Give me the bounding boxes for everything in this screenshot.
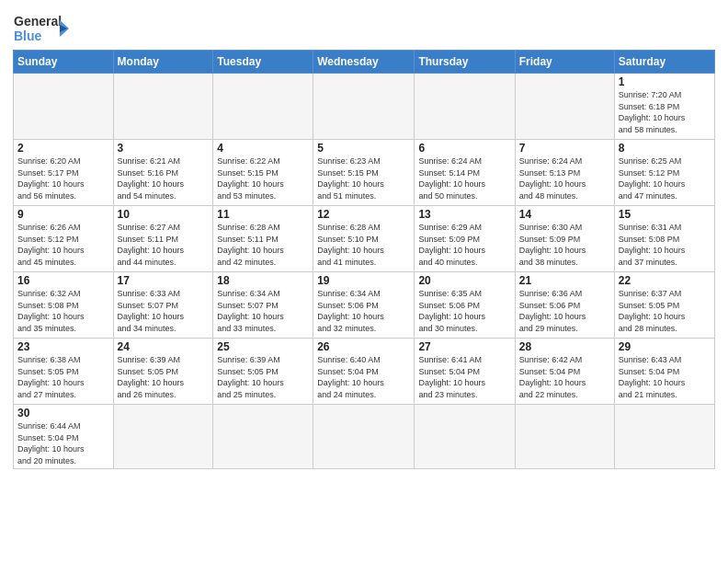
day-number: 29 <box>619 340 711 353</box>
day-info: Sunrise: 6:20 AM Sunset: 5:17 PM Dayligh… <box>17 155 109 201</box>
week-row-2: 9Sunrise: 6:26 AM Sunset: 5:12 PM Daylig… <box>14 206 715 272</box>
calendar-cell: 26Sunrise: 6:40 AM Sunset: 5:04 PM Dayli… <box>313 339 415 405</box>
calendar-cell: 25Sunrise: 6:39 AM Sunset: 5:05 PM Dayli… <box>213 339 313 405</box>
calendar-cell: 21Sunrise: 6:36 AM Sunset: 5:06 PM Dayli… <box>515 272 614 339</box>
calendar-cell <box>113 405 213 469</box>
day-info: Sunrise: 6:32 AM Sunset: 5:08 PM Dayligh… <box>17 288 109 334</box>
week-row-5: 30Sunrise: 6:44 AM Sunset: 5:04 PM Dayli… <box>14 405 715 469</box>
day-number: 16 <box>17 274 109 287</box>
col-header-sunday: Sunday <box>14 51 114 74</box>
day-info: Sunrise: 6:28 AM Sunset: 5:11 PM Dayligh… <box>217 222 309 268</box>
logo: GeneralBlue <box>13 9 70 44</box>
calendar-cell: 11Sunrise: 6:28 AM Sunset: 5:11 PM Dayli… <box>213 206 313 272</box>
day-info: Sunrise: 6:33 AM Sunset: 5:07 PM Dayligh… <box>118 288 210 334</box>
calendar-cell: 19Sunrise: 6:34 AM Sunset: 5:06 PM Dayli… <box>313 272 415 339</box>
calendar-cell: 17Sunrise: 6:33 AM Sunset: 5:07 PM Dayli… <box>113 272 213 339</box>
day-info: Sunrise: 6:38 AM Sunset: 5:05 PM Dayligh… <box>17 354 109 400</box>
day-number: 13 <box>418 208 510 221</box>
day-info: Sunrise: 6:39 AM Sunset: 5:05 PM Dayligh… <box>118 354 210 400</box>
day-info: Sunrise: 6:25 AM Sunset: 5:12 PM Dayligh… <box>619 155 711 201</box>
calendar-cell: 2Sunrise: 6:20 AM Sunset: 5:17 PM Daylig… <box>14 140 114 206</box>
col-header-monday: Monday <box>113 51 213 74</box>
day-number: 12 <box>317 208 410 221</box>
day-info: Sunrise: 6:34 AM Sunset: 5:06 PM Dayligh… <box>317 288 410 334</box>
day-info: Sunrise: 6:24 AM Sunset: 5:13 PM Dayligh… <box>519 155 610 201</box>
col-header-friday: Friday <box>515 51 614 74</box>
calendar-cell: 15Sunrise: 6:31 AM Sunset: 5:08 PM Dayli… <box>614 206 714 272</box>
day-number: 4 <box>217 142 309 155</box>
day-number: 6 <box>418 142 510 155</box>
calendar-cell: 28Sunrise: 6:42 AM Sunset: 5:04 PM Dayli… <box>515 339 614 405</box>
calendar-cell: 5Sunrise: 6:23 AM Sunset: 5:15 PM Daylig… <box>313 140 415 206</box>
calendar-cell: 14Sunrise: 6:30 AM Sunset: 5:09 PM Dayli… <box>515 206 614 272</box>
day-number: 28 <box>519 340 610 353</box>
calendar-cell: 1Sunrise: 7:20 AM Sunset: 6:18 PM Daylig… <box>614 74 714 140</box>
calendar-cell <box>14 74 114 140</box>
calendar-cell: 18Sunrise: 6:34 AM Sunset: 5:07 PM Dayli… <box>213 272 313 339</box>
week-row-4: 23Sunrise: 6:38 AM Sunset: 5:05 PM Dayli… <box>14 339 715 405</box>
day-number: 7 <box>519 142 610 155</box>
day-number: 14 <box>519 208 610 221</box>
day-number: 8 <box>619 142 711 155</box>
calendar-cell: 3Sunrise: 6:21 AM Sunset: 5:16 PM Daylig… <box>113 140 213 206</box>
day-number: 18 <box>217 274 309 287</box>
day-number: 3 <box>118 142 210 155</box>
header: GeneralBlue <box>13 9 715 44</box>
day-info: Sunrise: 6:35 AM Sunset: 5:06 PM Dayligh… <box>418 288 510 334</box>
calendar-cell <box>415 74 515 140</box>
col-header-thursday: Thursday <box>415 51 515 74</box>
day-info: Sunrise: 6:44 AM Sunset: 5:04 PM Dayligh… <box>17 420 109 466</box>
day-info: Sunrise: 6:23 AM Sunset: 5:15 PM Dayligh… <box>317 155 410 201</box>
day-number: 19 <box>317 274 410 287</box>
day-info: Sunrise: 6:37 AM Sunset: 5:05 PM Dayligh… <box>619 288 711 334</box>
day-number: 11 <box>217 208 309 221</box>
day-number: 9 <box>17 208 109 221</box>
calendar-cell: 27Sunrise: 6:41 AM Sunset: 5:04 PM Dayli… <box>415 339 515 405</box>
calendar-cell: 30Sunrise: 6:44 AM Sunset: 5:04 PM Dayli… <box>14 405 114 469</box>
day-info: Sunrise: 6:42 AM Sunset: 5:04 PM Dayligh… <box>519 354 610 400</box>
day-number: 2 <box>17 142 109 155</box>
day-info: Sunrise: 6:43 AM Sunset: 5:04 PM Dayligh… <box>619 354 711 400</box>
day-number: 20 <box>418 274 510 287</box>
day-number: 15 <box>619 208 711 221</box>
calendar-cell: 4Sunrise: 6:22 AM Sunset: 5:15 PM Daylig… <box>213 140 313 206</box>
calendar-cell: 12Sunrise: 6:28 AM Sunset: 5:10 PM Dayli… <box>313 206 415 272</box>
day-number: 17 <box>118 274 210 287</box>
calendar-cell <box>113 74 213 140</box>
svg-text:Blue: Blue <box>14 29 42 43</box>
calendar-cell: 24Sunrise: 6:39 AM Sunset: 5:05 PM Dayli… <box>113 339 213 405</box>
day-info: Sunrise: 6:41 AM Sunset: 5:04 PM Dayligh… <box>418 354 510 400</box>
col-header-saturday: Saturday <box>614 51 714 74</box>
svg-text:General: General <box>14 14 62 29</box>
calendar-cell <box>213 74 313 140</box>
day-number: 24 <box>118 340 210 353</box>
calendar-cell: 6Sunrise: 6:24 AM Sunset: 5:14 PM Daylig… <box>415 140 515 206</box>
day-number: 1 <box>619 75 711 88</box>
logo-icon: GeneralBlue <box>13 13 70 44</box>
day-number: 22 <box>619 274 711 287</box>
page: GeneralBlue SundayMondayTuesdayWednesday… <box>0 0 728 563</box>
calendar-cell: 13Sunrise: 6:29 AM Sunset: 5:09 PM Dayli… <box>415 206 515 272</box>
week-row-3: 16Sunrise: 6:32 AM Sunset: 5:08 PM Dayli… <box>14 272 715 339</box>
day-info: Sunrise: 6:22 AM Sunset: 5:15 PM Dayligh… <box>217 155 309 201</box>
day-info: Sunrise: 6:24 AM Sunset: 5:14 PM Dayligh… <box>418 155 510 201</box>
calendar-cell <box>515 74 614 140</box>
day-info: Sunrise: 6:29 AM Sunset: 5:09 PM Dayligh… <box>418 222 510 268</box>
day-info: Sunrise: 6:28 AM Sunset: 5:10 PM Dayligh… <box>317 222 410 268</box>
calendar-cell: 16Sunrise: 6:32 AM Sunset: 5:08 PM Dayli… <box>14 272 114 339</box>
day-info: Sunrise: 6:40 AM Sunset: 5:04 PM Dayligh… <box>317 354 410 400</box>
calendar-cell <box>213 405 313 469</box>
calendar: SundayMondayTuesdayWednesdayThursdayFrid… <box>13 50 715 469</box>
day-info: Sunrise: 6:21 AM Sunset: 5:16 PM Dayligh… <box>118 155 210 201</box>
calendar-cell <box>614 405 714 469</box>
calendar-cell: 10Sunrise: 6:27 AM Sunset: 5:11 PM Dayli… <box>113 206 213 272</box>
calendar-cell: 20Sunrise: 6:35 AM Sunset: 5:06 PM Dayli… <box>415 272 515 339</box>
calendar-cell: 22Sunrise: 6:37 AM Sunset: 5:05 PM Dayli… <box>614 272 714 339</box>
day-number: 26 <box>317 340 410 353</box>
day-number: 21 <box>519 274 610 287</box>
calendar-cell: 9Sunrise: 6:26 AM Sunset: 5:12 PM Daylig… <box>14 206 114 272</box>
calendar-cell <box>313 405 415 469</box>
calendar-cell: 8Sunrise: 6:25 AM Sunset: 5:12 PM Daylig… <box>614 140 714 206</box>
calendar-cell: 7Sunrise: 6:24 AM Sunset: 5:13 PM Daylig… <box>515 140 614 206</box>
day-info: Sunrise: 7:20 AM Sunset: 6:18 PM Dayligh… <box>619 89 711 135</box>
